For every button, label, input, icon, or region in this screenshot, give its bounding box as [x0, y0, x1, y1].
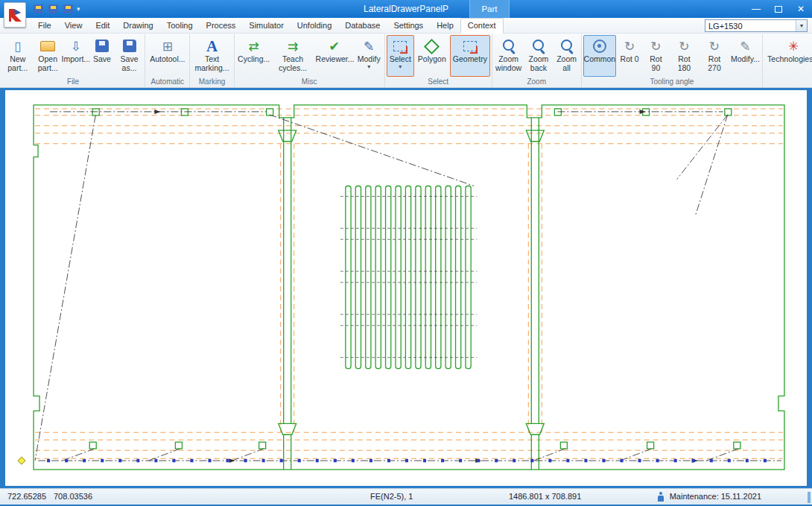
- menu-tabs: FileViewEditDrawingToolingProcessSimulat…: [31, 18, 504, 33]
- save-icon[interactable]: [33, 4, 44, 14]
- polygon-icon: [422, 37, 442, 55]
- menu-tab-file[interactable]: File: [31, 19, 58, 33]
- status-maintenance: Maintenance: 15.11.2021: [670, 492, 761, 501]
- dropdown-arrow-icon: ▾: [367, 64, 370, 70]
- status-part-size: 1486.801 x 708.891: [509, 492, 581, 501]
- button-new-part[interactable]: ▯New part...: [3, 35, 32, 77]
- rot-0-icon: ↻: [620, 37, 639, 55]
- button-text-marking[interactable]: AText marking...: [191, 35, 232, 77]
- button-zoom-window[interactable]: Zoom window: [494, 35, 523, 77]
- button-modify[interactable]: ✎Modify...: [730, 35, 761, 77]
- menu-tab-view[interactable]: View: [58, 19, 89, 33]
- bend-lines: [35, 109, 783, 458]
- technologies-icon: ✳: [784, 37, 803, 55]
- context-tab-group-part[interactable]: Part: [469, 0, 510, 18]
- button-modify[interactable]: ✎Modify▾: [355, 35, 383, 77]
- rot-270-icon: ↻: [705, 37, 724, 55]
- minimize-icon: —: [752, 4, 761, 14]
- button-open-part[interactable]: Open part...: [33, 35, 62, 77]
- button-cycling[interactable]: ⇄Cycling...: [236, 35, 272, 77]
- maximize-button[interactable]: [767, 0, 790, 18]
- button-label: Rot 180: [673, 55, 697, 73]
- button-zoom-all[interactable]: Zoom all: [554, 35, 580, 77]
- button-label: Text marking...: [194, 55, 229, 73]
- ribbon-group-laser: ✳Technologies...✖Destruct...✂Cut scrap..…: [763, 34, 812, 87]
- autotool-icon: ⊞: [158, 37, 177, 55]
- resize-grip[interactable]: [808, 492, 811, 503]
- minimize-button[interactable]: —: [745, 0, 767, 18]
- menu-tab-settings[interactable]: Settings: [387, 19, 430, 33]
- button-label: Save as...: [118, 55, 140, 73]
- status-selection: FE(N2-5), 1: [370, 492, 413, 501]
- drawing-canvas[interactable]: [5, 90, 807, 486]
- button-reviewer[interactable]: ✔Reviewer...: [314, 35, 355, 77]
- machine-selector-value: LG+1530: [705, 22, 796, 31]
- save-all-icon[interactable]: [48, 4, 59, 14]
- part-drawing: [5, 90, 807, 486]
- menu-tab-tooling[interactable]: Tooling: [160, 19, 200, 33]
- button-label: Modify...: [731, 55, 760, 64]
- button-select[interactable]: Select▾: [387, 35, 414, 77]
- app-logo-icon[interactable]: [4, 2, 26, 28]
- button-label: Reviewer...: [316, 55, 353, 64]
- button-label: Geometry: [453, 55, 487, 64]
- combo-dropdown-icon[interactable]: ▾: [796, 20, 807, 31]
- menu-bar: FileViewEditDrawingToolingProcessSimulat…: [0, 18, 812, 34]
- ribbon: ▯New part...Open part...⇩Import...SaveSa…: [0, 34, 812, 88]
- menu-tab-simulator[interactable]: Simulator: [242, 19, 290, 33]
- ribbon-group-file: ▯New part...Open part...⇩Import...SaveSa…: [1, 34, 145, 87]
- menu-tab-help[interactable]: Help: [430, 19, 460, 33]
- button-rot-180[interactable]: ↻Rot 180: [670, 35, 700, 77]
- save-copy-icon[interactable]: [63, 4, 74, 14]
- ribbon-group-automatic: ⊞Autotool...Automatic: [145, 34, 190, 87]
- common-icon: [590, 37, 609, 55]
- machine-selector[interactable]: LG+1530 ▾: [705, 19, 808, 32]
- button-save-as[interactable]: Save as...: [115, 35, 143, 77]
- ribbon-group-marking: AText marking...Marking: [190, 34, 234, 87]
- button-technologies[interactable]: ✳Technologies...: [764, 35, 812, 77]
- window-controls: — ✕: [745, 0, 812, 18]
- modify-angle-icon: ✎: [735, 37, 755, 55]
- button-common[interactable]: Common: [583, 35, 617, 77]
- close-button[interactable]: ✕: [790, 0, 812, 18]
- reviewer-icon: ✔: [325, 37, 344, 55]
- button-label: Zoom back: [527, 55, 550, 73]
- save-as-icon: [120, 37, 139, 55]
- application-window: ▾ LateralDrawerPanelP Part — ✕ FileViewE…: [0, 0, 812, 506]
- tool-squares: [89, 109, 740, 449]
- zoom-back-icon: [529, 37, 548, 55]
- button-label: Modify: [358, 55, 381, 64]
- button-autotool[interactable]: ⊞Autotool...: [147, 35, 188, 77]
- menu-tab-context[interactable]: Context: [460, 18, 504, 34]
- button-label: Rot 270: [702, 55, 726, 73]
- app-logo-mark: [6, 6, 24, 24]
- menu-tab-unfolding[interactable]: Unfolding: [291, 19, 338, 33]
- titlebar: ▾ LateralDrawerPanelP Part — ✕: [0, 0, 812, 18]
- button-zoom-back[interactable]: Zoom back: [524, 35, 553, 77]
- button-save[interactable]: Save: [89, 35, 115, 77]
- button-label: Open part...: [36, 55, 59, 73]
- ribbon-group-caption: Misc: [236, 77, 383, 87]
- button-import[interactable]: ⇩Import...: [63, 35, 89, 77]
- teach-cycles-icon: ⇉: [283, 37, 302, 55]
- button-rot-270[interactable]: ↻Rot 270: [700, 35, 729, 77]
- button-label: Zoom all: [556, 55, 577, 73]
- button-geometry[interactable]: Geometry: [450, 35, 490, 77]
- button-teach-cycles[interactable]: ⇉Teach cycles...: [273, 35, 314, 77]
- ribbon-group-misc: ⇄Cycling...⇉Teach cycles...✔Reviewer...✎…: [235, 34, 385, 87]
- menu-tab-edit[interactable]: Edit: [89, 19, 116, 33]
- button-polygon[interactable]: Polygon: [415, 35, 449, 77]
- menu-tab-process[interactable]: Process: [200, 19, 243, 33]
- geometry-icon: [460, 37, 480, 55]
- qat-dropdown-icon[interactable]: ▾: [77, 5, 80, 13]
- button-label: Polygon: [418, 55, 446, 64]
- button-rot-90[interactable]: ↻Rot 90: [643, 35, 669, 77]
- origin-marker: [18, 457, 25, 464]
- button-label: Zoom window: [495, 55, 521, 73]
- button-rot-0[interactable]: ↻Rot 0: [617, 35, 642, 77]
- button-label: Common: [584, 55, 616, 64]
- ribbon-group-caption: File: [3, 77, 143, 87]
- menu-tab-drawing[interactable]: Drawing: [116, 19, 159, 33]
- zoom-window-icon: [499, 37, 518, 55]
- menu-tab-database[interactable]: Database: [338, 19, 387, 33]
